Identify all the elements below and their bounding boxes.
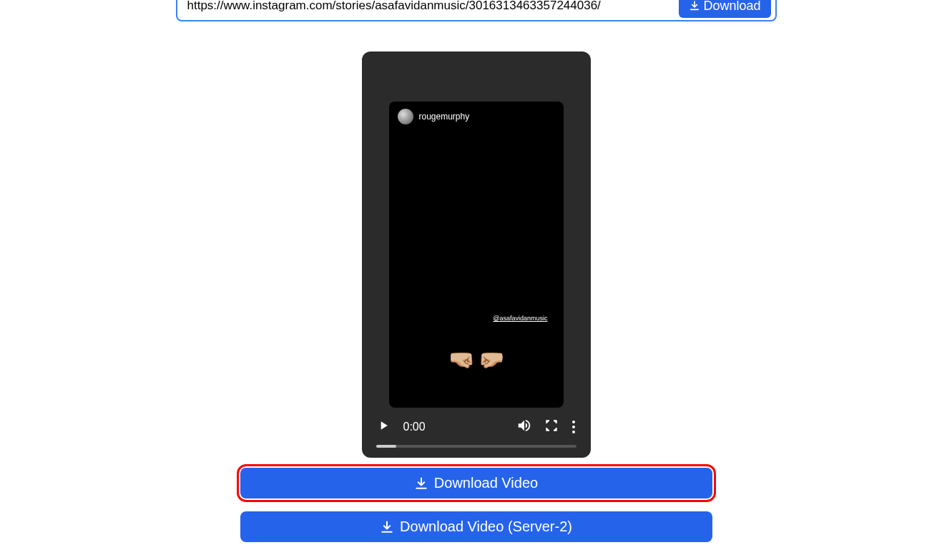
- download-button-top[interactable]: Download: [679, 0, 770, 18]
- avatar: [398, 109, 413, 124]
- story-emoji: 🤜🏼 🤛🏼: [448, 347, 504, 372]
- download-button-top-label: Download: [703, 0, 760, 14]
- story-header: rougemurphy: [389, 102, 564, 132]
- download-icon: [414, 476, 428, 491]
- download-video-server2-label: Download Video (Server-2): [400, 519, 572, 535]
- download-icon: [689, 0, 700, 11]
- video-preview: rougemurphy @asafavidanmusic 🤜🏼 🤛🏼 0:00: [362, 51, 591, 458]
- download-icon: [380, 520, 394, 534]
- play-icon[interactable]: [376, 418, 391, 436]
- emoji-fist-left: 🤛🏼: [478, 347, 504, 372]
- progress-bar[interactable]: [376, 445, 576, 448]
- story-username: rougemurphy: [419, 112, 470, 122]
- progress-fill: [376, 445, 396, 448]
- emoji-fist-right: 🤜🏼: [448, 347, 475, 372]
- video-controls: 0:00: [362, 408, 591, 441]
- story-mention: @asafavidanmusic: [493, 315, 547, 322]
- volume-icon[interactable]: [516, 418, 532, 436]
- download-video-button[interactable]: Download Video: [240, 468, 712, 498]
- url-bar: Download: [176, 0, 777, 21]
- download-video-server2-button[interactable]: Download Video (Server-2): [240, 511, 712, 542]
- video-time: 0:00: [403, 421, 504, 433]
- download-buttons-group: Download Video Download Video (Server-2): [240, 468, 712, 542]
- url-input[interactable]: [182, 0, 674, 16]
- download-video-label: Download Video: [434, 475, 538, 491]
- more-icon[interactable]: [571, 421, 576, 433]
- story-frame: rougemurphy @asafavidanmusic 🤜🏼 🤛🏼: [389, 102, 564, 408]
- fullscreen-icon[interactable]: [545, 419, 558, 435]
